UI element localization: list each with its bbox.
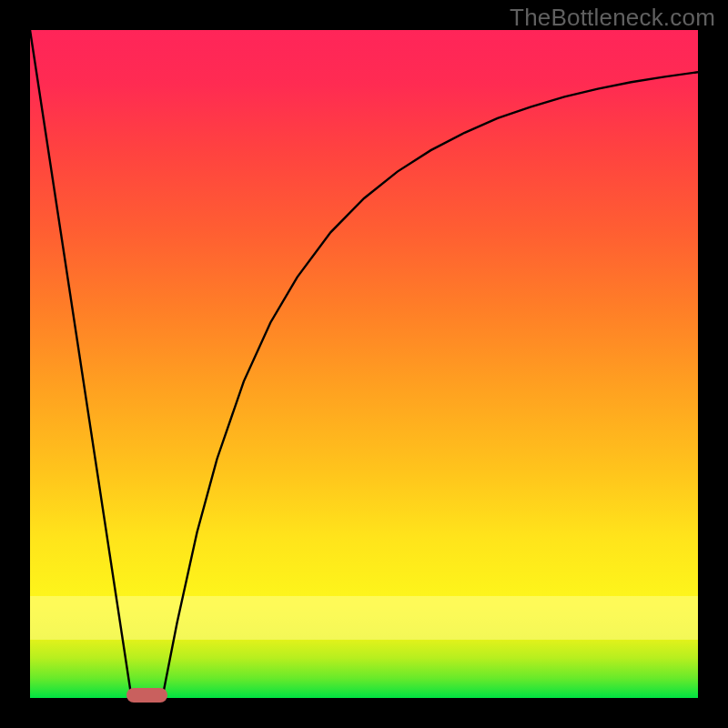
bottleneck-marker	[126, 688, 168, 703]
plot-area	[30, 30, 698, 698]
watermark-text: TheBottleneck.com	[510, 4, 715, 32]
series-left-linear	[30, 30, 132, 698]
chart-frame: TheBottleneck.com	[0, 0, 728, 728]
curve-svg	[30, 30, 698, 698]
series-right-curve	[162, 72, 698, 698]
